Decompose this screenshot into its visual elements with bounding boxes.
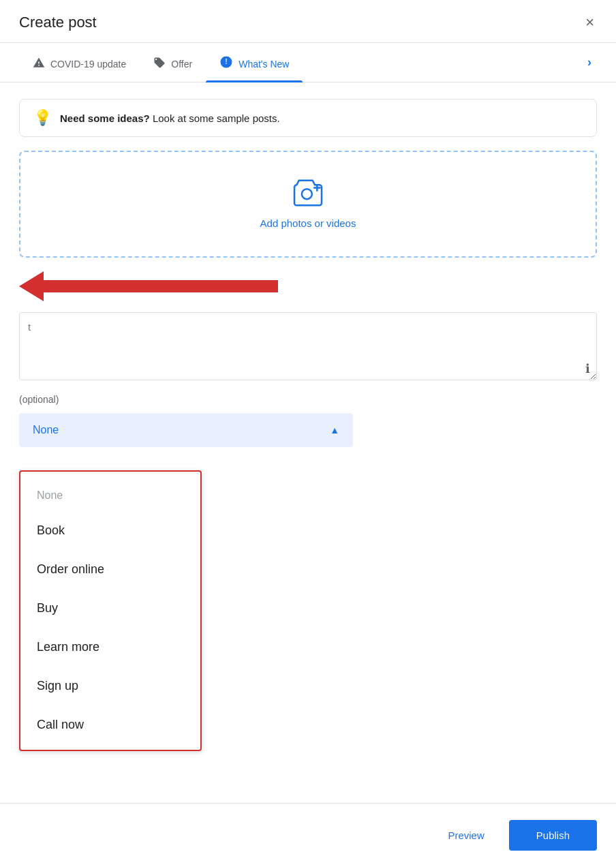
dialog-footer: Preview Publish: [0, 803, 616, 867]
camera-add-icon: [292, 179, 324, 209]
ideas-banner-bold: Need some ideas?: [60, 112, 150, 124]
dropdown-item-order-online[interactable]: Order online: [20, 550, 200, 589]
post-text-wrapper: ℹ: [19, 312, 597, 383]
tab-offer-label: Offer: [171, 59, 192, 70]
dropdown-item-call-now[interactable]: Call now: [20, 705, 200, 744]
dialog-title: Create post: [19, 14, 97, 31]
ideas-banner-detail: Look at some sample posts.: [153, 112, 280, 124]
dropdown-item-learn-more[interactable]: Learn more: [20, 628, 200, 667]
photo-upload-label: Add photos or videos: [260, 217, 356, 229]
optional-label: (optional): [19, 394, 597, 405]
arrow-shaft: [44, 280, 278, 292]
tab-whats-new[interactable]: ! What's New: [206, 43, 303, 82]
dropdown-item-buy[interactable]: Buy: [20, 589, 200, 628]
dropdown-arrow-icon: ▲: [330, 425, 339, 436]
main-content: 💡 Need some ideas? Look at some sample p…: [0, 82, 616, 447]
tab-covid[interactable]: COVID-19 update: [19, 44, 140, 81]
info-icon: ℹ: [585, 361, 590, 376]
tabs-bar: COVID-19 update Offer ! What's New ›: [0, 43, 616, 82]
dropdown-menu: None Book Order online Buy Learn more Si…: [19, 470, 202, 751]
dropdown-selected-value: None: [33, 424, 59, 436]
tabs-chevron-button[interactable]: ›: [582, 43, 597, 82]
tab-offer[interactable]: Offer: [140, 44, 206, 81]
photo-upload-area[interactable]: Add photos or videos: [19, 151, 597, 258]
post-textarea[interactable]: [19, 312, 597, 380]
dialog-header: Create post ×: [0, 0, 616, 43]
publish-button[interactable]: Publish: [509, 820, 597, 851]
ideas-banner-text: Need some ideas? Look at some sample pos…: [60, 112, 280, 124]
dropdown-item-sign-up[interactable]: Sign up: [20, 667, 200, 705]
tab-covid-label: COVID-19 update: [50, 59, 126, 70]
dropdown-item-none[interactable]: None: [20, 477, 200, 511]
badge-star-icon: !: [219, 55, 233, 72]
cta-dropdown[interactable]: None ▲: [19, 413, 353, 447]
red-arrow: [19, 271, 278, 301]
ideas-banner[interactable]: 💡 Need some ideas? Look at some sample p…: [19, 99, 597, 137]
arrow-head: [19, 271, 44, 301]
arrow-annotation: [19, 271, 597, 301]
bulb-icon: 💡: [33, 109, 52, 127]
svg-text:!: !: [226, 58, 228, 65]
warning-triangle-icon: [33, 57, 45, 72]
close-button[interactable]: ×: [583, 12, 597, 33]
tab-whats-new-label: What's New: [238, 59, 289, 70]
preview-button[interactable]: Preview: [437, 823, 495, 848]
svg-point-2: [302, 189, 312, 199]
tag-icon: [153, 57, 166, 72]
dropdown-item-book[interactable]: Book: [20, 511, 200, 550]
